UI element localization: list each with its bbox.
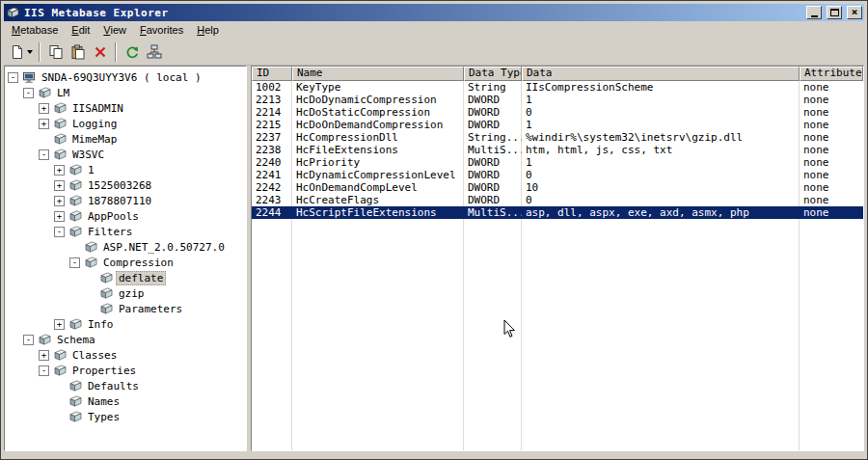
list-row-1002[interactable]: 1002KeyTypeStringIIsCompressionSchemenon…: [252, 81, 863, 94]
column-header-data-type[interactable]: Data Type: [464, 67, 522, 81]
tree-item-classes[interactable]: +Classes: [5, 347, 246, 363]
tree-item-snda-69q3uyy3v6-local[interactable]: -SNDA-69Q3UYY3V6 ( local ): [5, 69, 246, 85]
menu-item-help[interactable]: Help: [190, 22, 226, 39]
tree-item-1525003268[interactable]: +1525003268: [5, 177, 246, 193]
cell-id: 2237: [252, 131, 292, 144]
tree-item-w3svc[interactable]: -W3SVC: [5, 147, 246, 162]
tree-item-names[interactable]: Names: [5, 393, 246, 409]
tree-item-iisadmin[interactable]: +IISADMIN: [5, 100, 246, 116]
node-icon: [68, 395, 85, 407]
expand-toggle[interactable]: +: [39, 350, 49, 361]
tree-item-lm[interactable]: -LM: [5, 85, 246, 100]
node-icon: [68, 195, 85, 206]
expand-toggle[interactable]: +: [54, 180, 65, 191]
node-icon: [68, 164, 85, 176]
tree-indent: [5, 185, 54, 186]
tree-indent: [5, 355, 39, 356]
delete-icon: [93, 44, 108, 60]
cell-id: 2243: [252, 194, 292, 206]
menu-item-favorites[interactable]: Favorites: [133, 22, 190, 39]
title-bar[interactable]: IIS Metabase Explorer ×: [4, 4, 864, 21]
tree-item-filters[interactable]: -Filters: [5, 224, 246, 239]
tree-item-schema[interactable]: -Schema: [5, 332, 246, 347]
tree-item-gzip[interactable]: gzip: [5, 285, 246, 301]
tree-view[interactable]: -SNDA-69Q3UYY3V6 ( local )-LM+IISADMIN+L…: [4, 66, 247, 451]
tree-indent: [5, 108, 39, 109]
cell-attributes: none: [800, 194, 863, 206]
column-header-data[interactable]: Data: [522, 67, 800, 81]
list-row-2215[interactable]: 2215HcDoOnDemandCompressionDWORD1none: [252, 119, 863, 131]
cell-attributes: none: [800, 119, 863, 131]
collapse-toggle[interactable]: -: [23, 88, 34, 98]
expand-toggle[interactable]: +: [54, 165, 65, 176]
new-key-button[interactable]: [8, 41, 35, 63]
expand-toggle[interactable]: +: [39, 103, 49, 114]
tree-item-defaults[interactable]: Defaults: [5, 378, 246, 393]
list-row-2242[interactable]: 2242HcOnDemandCompLevelDWORD10none: [252, 181, 863, 194]
cell-attributes: none: [800, 106, 863, 119]
collapse-toggle[interactable]: -: [39, 149, 49, 160]
list-row-2244[interactable]: 2244HcScriptFileExtensionsMultiS...asp, …: [252, 206, 863, 219]
expand-toggle[interactable]: +: [54, 211, 65, 222]
paste-button[interactable]: [67, 41, 89, 63]
cell-data-type: DWORD: [464, 156, 522, 169]
list-row-2238[interactable]: 2238HcFileExtensionsMultiS...htm, html, …: [252, 144, 863, 156]
collapse-toggle[interactable]: -: [39, 365, 49, 376]
expand-toggle[interactable]: +: [39, 119, 49, 129]
column-header-id[interactable]: ID: [252, 67, 292, 81]
cell-name: HcCreateFlags: [292, 194, 464, 206]
list-row-2240[interactable]: 2240HcPriorityDWORD1none: [252, 156, 863, 169]
minimize-button[interactable]: [806, 6, 822, 19]
tree-item-label: W3SVC: [69, 148, 107, 162]
tree-item-apppools[interactable]: +AppPools: [5, 208, 246, 224]
cell-id: 2215: [252, 119, 292, 131]
tree-item-1878807110[interactable]: +1878807110: [5, 193, 246, 208]
expand-toggle[interactable]: +: [54, 319, 65, 330]
expand-toggle[interactable]: +: [54, 196, 65, 206]
collapse-toggle[interactable]: -: [8, 72, 18, 83]
list-row-2213[interactable]: 2213HcDoDynamicCompressionDWORD1none: [252, 94, 863, 106]
tree-item-compression[interactable]: -Compression: [5, 255, 246, 270]
cell-attributes: none: [800, 156, 863, 169]
list-row-2214[interactable]: 2214HcDoStaticCompressionDWORD0none: [252, 106, 863, 119]
cell-data-type: DWORD: [464, 194, 522, 206]
list-body[interactable]: 1002KeyTypeStringIIsCompressionSchemenon…: [252, 81, 863, 450]
list-row-2241[interactable]: 2241HcDynamicCompressionLevelDWORD0none: [252, 169, 863, 181]
collapse-toggle[interactable]: -: [69, 257, 80, 268]
cell-name: HcDoStaticCompression: [292, 106, 464, 119]
tree-item-mimemap[interactable]: MimeMap: [5, 131, 246, 147]
delete-button[interactable]: [89, 41, 111, 63]
tree-item-logging[interactable]: +Logging: [5, 116, 246, 131]
tree-item-info[interactable]: +Info: [5, 316, 246, 332]
menu-item-edit[interactable]: Edit: [65, 22, 96, 39]
connect-button[interactable]: [143, 41, 165, 63]
menu-item-view[interactable]: View: [96, 22, 133, 39]
tree-item-label: 1878807110: [85, 194, 154, 208]
tree-item-label: gzip: [116, 286, 148, 301]
dropdown-caret-icon[interactable]: [27, 50, 33, 54]
tree-indent: [5, 293, 85, 294]
tree-item-asp-net-2-0-50727-0[interactable]: ASP.NET_2.0.50727.0: [5, 239, 246, 255]
tree-item-types[interactable]: Types: [5, 409, 246, 424]
refresh-button[interactable]: [121, 41, 143, 63]
tree-item-label: ASP.NET_2.0.50727.0: [100, 240, 228, 255]
column-header-attributes[interactable]: Attributes: [800, 67, 863, 81]
tree-item-parameters[interactable]: Parameters: [5, 301, 246, 316]
column-header-name[interactable]: Name: [292, 67, 464, 81]
list-row-2243[interactable]: 2243HcCreateFlagsDWORD0none: [252, 194, 863, 206]
node-icon: [53, 149, 69, 160]
tree-item-deflate[interactable]: deflate: [5, 270, 246, 285]
menu-item-metabase[interactable]: Metabase: [5, 22, 65, 39]
maximize-button[interactable]: [827, 6, 842, 19]
collapse-toggle[interactable]: -: [23, 335, 34, 345]
tree-item-label: Types: [85, 410, 122, 424]
close-button[interactable]: ×: [847, 6, 862, 19]
cell-data-type: DWORD: [464, 94, 522, 106]
tree-item-properties[interactable]: -Properties: [5, 363, 246, 378]
cell-data: 0: [522, 169, 800, 181]
copy-button[interactable]: [44, 41, 67, 63]
collapse-toggle[interactable]: -: [54, 227, 65, 237]
cell-data-type: MultiS...: [464, 206, 522, 219]
tree-item-1[interactable]: +1: [5, 162, 246, 177]
list-row-2237[interactable]: 2237HcCompressionDllString...%windir%\sy…: [252, 131, 863, 144]
